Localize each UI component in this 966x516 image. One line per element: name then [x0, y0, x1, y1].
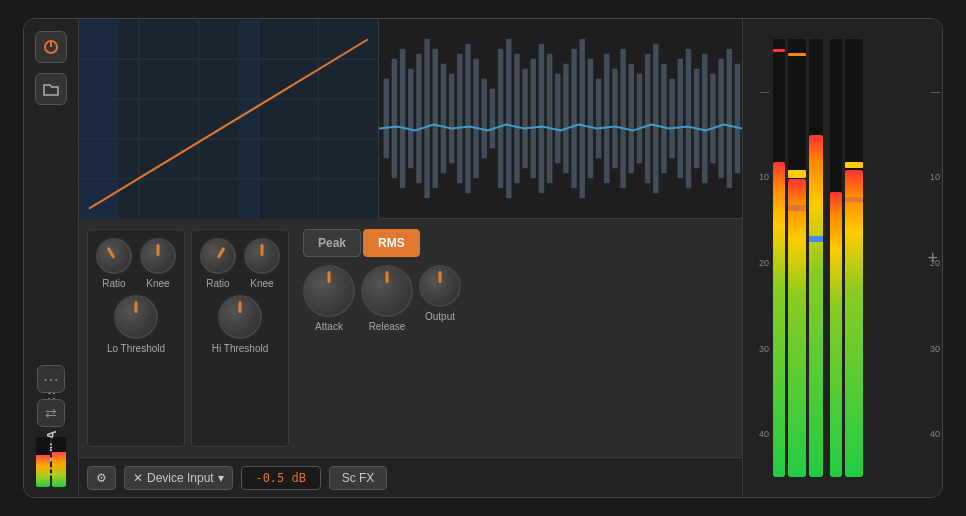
svg-rect-56 — [727, 49, 732, 188]
meter-fill-1 — [773, 162, 785, 477]
svg-rect-10 — [79, 19, 119, 218]
svg-rect-37 — [571, 49, 576, 188]
svg-rect-21 — [441, 64, 446, 173]
svg-rect-51 — [686, 49, 691, 188]
lo-knee-label: Knee — [146, 278, 169, 289]
meter-bar-4 — [830, 39, 842, 477]
lo-threshold-knob[interactable] — [114, 295, 158, 339]
svg-rect-35 — [555, 74, 560, 164]
svg-rect-23 — [457, 54, 462, 183]
svg-rect-29 — [506, 39, 511, 198]
output-knob[interactable] — [419, 265, 461, 307]
meter-bar-3 — [809, 39, 823, 477]
meter-bar-1 — [773, 39, 785, 477]
hi-threshold-box: Ratio Knee Hi Threshold — [191, 229, 289, 447]
svg-line-12 — [89, 39, 368, 208]
top-section — [79, 19, 742, 219]
svg-rect-49 — [669, 79, 674, 159]
lo-threshold-knob-row: Lo Threshold — [96, 295, 176, 354]
routing-button[interactable]: ⇄ — [37, 399, 65, 427]
hi-threshold-knob-row: Hi Threshold — [200, 295, 280, 354]
meter-label-40-left: 40 — [745, 429, 769, 439]
compression-graph — [79, 19, 378, 219]
meter-bar-5 — [845, 39, 863, 477]
hi-ratio-knob[interactable] — [200, 238, 236, 274]
attack-label: Attack — [315, 321, 343, 332]
meter-fill-2 — [788, 179, 806, 477]
meter-label-30-right: 30 — [918, 344, 940, 354]
plugin-container: DYNAMICS ⋯ ⇄ — [23, 18, 943, 498]
attack-knob-col: Attack — [303, 265, 355, 332]
svg-rect-34 — [547, 54, 552, 183]
svg-rect-36 — [563, 64, 568, 173]
svg-rect-32 — [531, 59, 536, 178]
svg-rect-44 — [629, 64, 634, 173]
main-content: Ratio Knee Lo Threshold — [79, 19, 742, 497]
hi-knee-knob[interactable] — [244, 238, 280, 274]
output-knob-col: Output — [419, 265, 461, 332]
svg-rect-50 — [678, 59, 683, 178]
svg-rect-31 — [522, 69, 527, 169]
svg-rect-27 — [490, 89, 495, 149]
db-display: -0.5 dB — [241, 466, 321, 490]
folder-button[interactable] — [35, 73, 67, 105]
lo-knee-knob-col: Knee — [140, 238, 176, 289]
svg-rect-47 — [653, 44, 658, 193]
mini-meter-left — [36, 437, 50, 487]
device-routing-button[interactable]: ⚙ — [87, 466, 116, 490]
svg-rect-40 — [596, 79, 601, 159]
lo-ratio-knee-row: Ratio Knee — [96, 238, 176, 289]
lo-ratio-label: Ratio — [102, 278, 125, 289]
sc-fx-button[interactable]: Sc FX — [329, 466, 388, 490]
attack-knob[interactable] — [303, 265, 355, 317]
lo-ratio-knob[interactable] — [96, 238, 132, 274]
svg-rect-52 — [694, 69, 699, 169]
svg-rect-28 — [498, 49, 503, 188]
meter-label-20-left: 20 — [745, 258, 769, 268]
device-input-button[interactable]: ✕ Device Input ▾ — [124, 466, 233, 490]
lo-ratio-knob-col: Ratio — [96, 238, 132, 289]
peak-button[interactable]: Peak — [303, 229, 361, 257]
hi-ratio-knob-col: Ratio — [200, 238, 236, 289]
svg-rect-55 — [718, 59, 723, 178]
right-controls: Peak RMS Attack Release Output — [295, 229, 461, 447]
meters-group — [773, 19, 914, 497]
controls-section: Ratio Knee Lo Threshold — [79, 219, 742, 457]
bottom-bar: ⚙ ✕ Device Input ▾ -0.5 dB Sc FX — [79, 457, 742, 497]
svg-rect-39 — [588, 59, 593, 178]
svg-rect-46 — [645, 54, 650, 183]
waveform-display — [379, 19, 742, 218]
routing-icon: ⚙ — [96, 471, 107, 485]
meter-fill-4 — [830, 192, 842, 477]
svg-rect-42 — [612, 69, 617, 169]
svg-rect-54 — [710, 74, 715, 164]
dropdown-arrow-icon: ▾ — [218, 471, 224, 485]
svg-rect-16 — [400, 49, 405, 188]
svg-rect-57 — [735, 64, 740, 173]
peak-rms-row: Peak RMS — [303, 229, 461, 257]
graph-area — [79, 19, 379, 219]
lo-threshold-box: Ratio Knee Lo Threshold — [87, 229, 185, 447]
svg-rect-33 — [539, 44, 544, 193]
lo-knee-knob[interactable] — [140, 238, 176, 274]
waveform-area — [379, 19, 742, 218]
svg-rect-38 — [580, 39, 585, 198]
svg-rect-18 — [416, 54, 421, 183]
meter-label-30-left: 30 — [745, 344, 769, 354]
lo-threshold-label: Lo Threshold — [107, 343, 165, 354]
device-x-icon: ✕ — [133, 471, 143, 485]
sidebar-bottom: ⋯ ⇄ — [36, 365, 66, 487]
dots-button[interactable]: ⋯ — [37, 365, 65, 393]
hi-threshold-knob[interactable] — [218, 295, 262, 339]
add-right-button[interactable]: + — [927, 248, 938, 269]
meter-label-10-left: 10 — [745, 172, 769, 182]
svg-rect-53 — [702, 54, 707, 183]
hi-ratio-knee-row: Ratio Knee — [200, 238, 280, 289]
release-knob[interactable] — [361, 265, 413, 317]
meter-bar-2 — [788, 39, 806, 477]
svg-rect-43 — [620, 49, 625, 188]
svg-rect-17 — [408, 69, 413, 169]
rms-button[interactable]: RMS — [363, 229, 420, 257]
mini-meter-right — [52, 437, 66, 487]
power-button[interactable] — [35, 31, 67, 63]
